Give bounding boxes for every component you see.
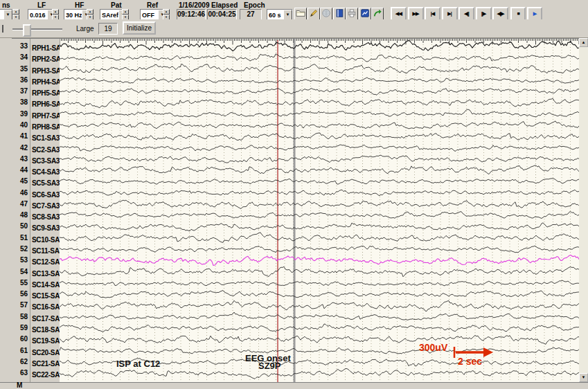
- channel-label-text: SC1-SA35: [32, 134, 63, 142]
- rewind-button[interactable]: ◀◀: [391, 7, 407, 21]
- channel-row[interactable]: 33RPH1-SA35I: [12, 42, 60, 51]
- amplitude-slider-handle[interactable]: [23, 24, 31, 37]
- page-duration-value: 60 s: [267, 12, 283, 19]
- channel-row[interactable]: 47SC7-SA35I: [12, 199, 60, 209]
- channel-row[interactable]: 54SC13-SA35I: [12, 267, 60, 277]
- notebook-button[interactable]: [333, 8, 346, 20]
- fast-forward-button[interactable]: ▶▶: [408, 7, 424, 21]
- chevron-down-icon[interactable]: ▼: [3, 10, 12, 20]
- first-page-button[interactable]: |◀: [425, 7, 440, 21]
- channel-row[interactable]: 63SC22-SA35I: [12, 368, 60, 378]
- channel-row[interactable]: 37RPH5-SA35I: [12, 87, 60, 96]
- print-button[interactable]: [346, 8, 358, 20]
- channel-row[interactable]: 62SC21-SA35I: [12, 357, 60, 367]
- channel-row[interactable]: 53SC12-SA35I: [12, 255, 60, 265]
- epoch-value: 27: [240, 9, 262, 20]
- high-filter-value: 30 Hz: [64, 12, 82, 19]
- spinner-up-icon[interactable]: ▲: [122, 9, 129, 15]
- chart-button[interactable]: [359, 8, 371, 20]
- reference-label: Ref: [147, 1, 158, 9]
- time-value: 09:12:46: [177, 9, 206, 20]
- channel-row[interactable]: 60SC19-SA35I: [12, 334, 60, 344]
- channel-row[interactable]: 39RPH7-SA35I: [12, 109, 60, 119]
- channel-row[interactable]: 51SC10-SA35I: [12, 233, 60, 243]
- eeg-trace-SC18-SA35: [60, 324, 579, 332]
- channel-number: 45: [12, 177, 28, 186]
- chevron-down-icon[interactable]: ▼: [283, 10, 292, 20]
- stop-button[interactable]: ■: [510, 7, 526, 21]
- channel-row[interactable]: 42SC2-SA35I: [12, 143, 60, 153]
- channel-row[interactable]: 46SC6-SA35I: [12, 188, 60, 198]
- channel-number: 40: [12, 120, 28, 130]
- channel-row[interactable]: 38RPH6-SA35I: [12, 98, 60, 107]
- spinner-up-icon[interactable]: ▲: [52, 9, 59, 15]
- channel-row[interactable]: 57SC16-SA35I: [12, 300, 60, 310]
- channel-row[interactable]: 48SC8-SA35I: [12, 210, 60, 220]
- channel-row[interactable]: 50SC9-SA35I: [12, 221, 60, 231]
- initialize-button[interactable]: Initialize: [123, 21, 156, 35]
- pattern-spinner[interactable]: ▲▼: [122, 9, 129, 19]
- pattern-label: Pat: [111, 1, 122, 9]
- eeg-trace-area[interactable]: ISP at C12 EEG onset SZ9P 300uV 2 sec: [60, 38, 579, 383]
- channel-number: 47: [12, 199, 28, 209]
- play-button[interactable]: ▶: [527, 7, 542, 21]
- channel-label-text: SC4-SA35: [32, 168, 63, 176]
- spinner-up-icon[interactable]: ▲: [87, 9, 93, 15]
- scroll-down-icon[interactable]: ▼: [579, 373, 588, 382]
- eeg-review-window: { "toolbar": { "filters": [ {"name": "se…: [0, 0, 588, 389]
- amplitude-slider-track[interactable]: [12, 28, 62, 30]
- edit-button[interactable]: [308, 8, 320, 20]
- spinner-up-icon[interactable]: ▲: [163, 9, 170, 15]
- channel-row[interactable]: 43SC3-SA35I: [12, 154, 60, 164]
- channel-row[interactable]: 56SC15-SA35I: [12, 289, 60, 299]
- open-folder-button[interactable]: [294, 8, 307, 20]
- channel-number: 58: [12, 312, 28, 322]
- channel-number: 61: [12, 346, 28, 356]
- eeg-trace-SC3-SA35: [60, 155, 579, 163]
- scroll-up-icon[interactable]: ▲: [579, 38, 588, 47]
- channel-number: 36: [12, 75, 28, 85]
- eeg-trace-SC20-SA35: [60, 347, 579, 354]
- channel-row[interactable]: 45SC5-SA35I: [12, 177, 60, 186]
- channel-number: 59: [12, 323, 28, 333]
- bottom-strip: [0, 382, 588, 389]
- channel-row[interactable]: 40RPH8-SA35I: [12, 120, 60, 130]
- eeg-trace-SC7-SA35: [60, 200, 579, 209]
- channel-row[interactable]: 61SC20-SA35I: [12, 346, 60, 356]
- channel-row[interactable]: 55SC14-SA35I: [12, 278, 60, 288]
- last-page-button[interactable]: ▶|: [442, 7, 458, 21]
- eeg-traces-svg: [60, 39, 579, 383]
- channel-number: 54: [12, 267, 28, 277]
- channel-number: 35: [12, 64, 28, 74]
- channel-row[interactable]: 35RPH3-SA35I: [12, 64, 60, 74]
- channel-row[interactable]: 44SC4-SA35I: [12, 165, 60, 175]
- channel-number: 41: [12, 132, 28, 141]
- sensitivity-spinner[interactable]: ▲▼: [12, 9, 19, 19]
- center-button[interactable]: ◀|▶: [492, 7, 508, 21]
- channel-row[interactable]: 59SC18-SA35I: [12, 323, 60, 333]
- channel-label-text: SC9-SA35: [32, 224, 63, 232]
- reference-value: OFF: [141, 12, 158, 19]
- edit-icon: [309, 8, 319, 20]
- low-filter-spinner[interactable]: ▲▼: [52, 9, 59, 19]
- channel-row[interactable]: 41SC1-SA35I: [12, 132, 60, 141]
- step-forward-button[interactable]: ||▶: [476, 7, 492, 21]
- channel-number: 53: [12, 255, 28, 265]
- channel-row[interactable]: 52SC11-SA35I: [12, 244, 60, 254]
- step-back-button[interactable]: ◀||: [458, 7, 474, 21]
- channel-number: 60: [12, 334, 28, 344]
- reference-spinner[interactable]: ▲▼: [163, 9, 170, 19]
- channel-row[interactable]: 58SC17-SA35I: [12, 312, 60, 322]
- export-button[interactable]: [371, 8, 384, 20]
- channel-label-text: SC3-SA35: [32, 157, 63, 165]
- size-value-box: 19: [98, 23, 118, 35]
- globe-button[interactable]: [320, 8, 332, 20]
- high-filter-spinner[interactable]: ▲▼: [87, 9, 93, 19]
- vertical-scrollbar[interactable]: ▲ ▼: [579, 38, 588, 382]
- spinner-up-icon[interactable]: ▲: [12, 9, 19, 15]
- chart-icon: [360, 8, 370, 20]
- channel-number: 51: [12, 233, 28, 243]
- channel-number: 55: [12, 278, 28, 288]
- channel-row[interactable]: 34RPH2-SA35I: [12, 53, 60, 62]
- channel-row[interactable]: 36RPH4-SA35I: [12, 75, 60, 85]
